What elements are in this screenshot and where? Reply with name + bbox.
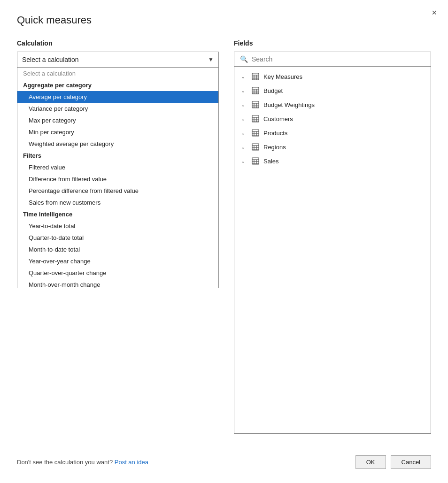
cancel-button[interactable]: Cancel — [391, 455, 431, 469]
right-panel: Fields 🔍 ⌄ Key Measures⌄ Budget⌄ — [234, 39, 431, 434]
calculation-dropdown[interactable]: Select a calculation ▼ — [17, 52, 219, 68]
field-label: Products — [263, 130, 287, 137]
footer: Don't see the calculation you want? Post… — [17, 449, 431, 469]
left-panel: Calculation Select a calculation ▼ Selec… — [17, 39, 219, 434]
field-label: Regions — [263, 144, 286, 151]
list-group-header: Time intelligence — [17, 208, 218, 220]
list-item[interactable]: Quarter-to-date total — [17, 232, 218, 244]
field-label: Customers — [263, 115, 293, 123]
dropdown-text: Select a calculation — [22, 56, 79, 63]
footer-buttons: OK Cancel — [355, 455, 431, 469]
table-icon — [251, 115, 260, 123]
search-input[interactable] — [252, 55, 425, 63]
quick-measures-dialog: × Quick measures Calculation Select a ca… — [0, 0, 448, 483]
search-icon: 🔍 — [240, 55, 248, 63]
table-icon — [251, 129, 260, 137]
field-item[interactable]: ⌄ Regions — [234, 140, 431, 154]
list-item[interactable]: Sales from new customers — [17, 197, 218, 208]
list-item[interactable]: Percentage difference from filtered valu… — [17, 185, 218, 197]
chevron-down-icon: ⌄ — [241, 116, 247, 122]
list-item[interactable]: Filtered value — [17, 161, 218, 173]
list-group-header: Aggregate per category — [17, 79, 218, 91]
chevron-down-icon: ⌄ — [241, 130, 247, 136]
table-icon — [251, 100, 260, 109]
dropdown-arrow-icon: ▼ — [208, 56, 214, 63]
list-item[interactable]: Quarter-over-quarter change — [17, 267, 218, 279]
chevron-down-icon: ⌄ — [241, 144, 247, 150]
field-item[interactable]: ⌄ Budget Weightings — [234, 98, 431, 112]
field-label: Budget — [263, 87, 283, 94]
field-item[interactable]: ⌄ Key Measures — [234, 69, 431, 84]
list-placeholder: Select a calculation — [17, 68, 218, 79]
chevron-down-icon: ⌄ — [241, 158, 247, 164]
chevron-down-icon: ⌄ — [241, 102, 247, 108]
field-label: Key Measures — [263, 73, 302, 80]
list-item[interactable]: Month-over-month change — [17, 279, 218, 288]
close-button[interactable]: × — [429, 7, 440, 19]
field-label: Budget Weightings — [263, 101, 315, 108]
list-item[interactable]: Min per category — [17, 126, 218, 138]
list-item[interactable]: Variance per category — [17, 103, 218, 115]
chevron-down-icon: ⌄ — [241, 88, 247, 94]
ok-button[interactable]: OK — [355, 455, 386, 469]
content-area: Calculation Select a calculation ▼ Selec… — [17, 39, 431, 434]
field-item[interactable]: ⌄ Sales — [234, 154, 431, 168]
field-item[interactable]: ⌄ Customers — [234, 112, 431, 126]
chevron-down-icon: ⌄ — [241, 74, 247, 80]
field-item[interactable]: ⌄ Budget — [234, 84, 431, 98]
table-icon — [251, 72, 260, 81]
field-item[interactable]: ⌄ Products — [234, 126, 431, 140]
list-item[interactable]: Difference from filtered value — [17, 173, 218, 185]
table-icon — [251, 157, 260, 165]
dialog-title: Quick measures — [17, 14, 431, 26]
table-icon — [251, 86, 260, 95]
list-item[interactable]: Max per category — [17, 115, 218, 126]
search-box: 🔍 — [234, 52, 431, 67]
dont-see-text: Don't see the calculation you want? — [17, 459, 113, 466]
calculation-label: Calculation — [17, 39, 219, 47]
fields-label: Fields — [234, 39, 431, 47]
list-item[interactable]: Year-over-year change — [17, 255, 218, 267]
field-label: Sales — [263, 158, 279, 165]
list-item[interactable]: Weighted average per category — [17, 138, 218, 150]
calculation-list: Select a calculationAggregate per catego… — [17, 68, 219, 288]
footer-hint: Don't see the calculation you want? Post… — [17, 459, 148, 466]
post-idea-link[interactable]: Post an idea — [115, 459, 148, 466]
list-item[interactable]: Average per category — [17, 91, 218, 103]
fields-list: ⌄ Key Measures⌄ Budget⌄ Budget Weighting… — [234, 67, 431, 434]
list-group-header: Filters — [17, 150, 218, 161]
list-item[interactable]: Month-to-date total — [17, 244, 218, 255]
table-icon — [251, 143, 260, 151]
list-item[interactable]: Year-to-date total — [17, 220, 218, 232]
